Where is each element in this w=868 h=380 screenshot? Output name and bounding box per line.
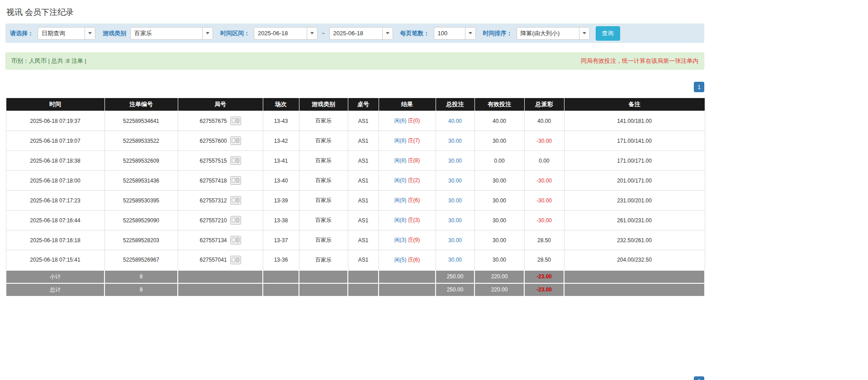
game-type-dropdown[interactable] [130, 27, 213, 40]
cell-bet-id: 522589526967 [104, 250, 178, 270]
cell-time: 2025-06-18 07:17:23 [6, 191, 104, 211]
cell-valid-bet: 30.00 [474, 211, 524, 230]
result-player: 闲(8) [394, 157, 407, 164]
cell-round: 627557210 [178, 211, 263, 230]
query-type-dropdown[interactable] [38, 27, 95, 40]
pagination-top: 1 [5, 82, 704, 92]
cell-payout: 28.50 [524, 230, 564, 250]
subtotal-total-bet: 250.00 [436, 270, 474, 283]
cell-total-bet-link[interactable]: 30.00 [436, 250, 474, 270]
date-to-picker[interactable] [329, 27, 393, 40]
cell-round: 627557418 [178, 171, 263, 191]
cell-total-bet-link[interactable]: 40.00 [436, 111, 474, 131]
time-sort-input[interactable] [517, 28, 579, 39]
cell-time: 2025-06-18 07:18:00 [6, 171, 104, 191]
game-result-icon[interactable] [230, 136, 241, 145]
empty-cell [178, 270, 263, 283]
cell-total-bet-link[interactable]: 30.00 [436, 191, 474, 211]
game-result-icon[interactable] [230, 117, 241, 125]
date-to-input[interactable] [330, 28, 382, 39]
time-sort-dropdown[interactable] [517, 27, 590, 40]
chevron-down-icon[interactable] [307, 28, 317, 39]
header-time: 时间 [6, 98, 104, 111]
cell-valid-bet: 40.00 [474, 111, 524, 131]
grand-total-payout: -23.00 [524, 283, 564, 296]
cell-payout: 0.00 [524, 151, 564, 171]
cell-game-type: 百家乐 [299, 211, 348, 230]
grand-total-label: 总计 [6, 283, 104, 296]
game-result-icon[interactable] [230, 256, 241, 264]
search-button[interactable]: 查询 [596, 26, 620, 41]
cell-total-bet-link[interactable]: 30.00 [436, 211, 474, 230]
cell-total-bet-link[interactable]: 30.00 [436, 230, 474, 250]
cell-time: 2025-06-18 07:16:44 [6, 211, 104, 230]
result-banker: 庄(0) [408, 117, 420, 124]
empty-cell [263, 270, 299, 283]
result-player: 闲(6) [394, 117, 407, 124]
game-result-icon[interactable] [230, 156, 241, 165]
cell-round: 627557041 [178, 250, 263, 270]
cell-result: 闲(0)庄(2) [379, 171, 436, 191]
cell-round: 627557600 [178, 131, 263, 151]
round-number: 627557515 [199, 158, 227, 164]
result-banker: 庄(7) [408, 137, 420, 144]
cell-result: 闲(5)庄(6) [379, 250, 436, 270]
chevron-down-icon[interactable] [202, 28, 213, 39]
date-from-input[interactable] [254, 28, 307, 39]
cell-session: 13-40 [263, 171, 299, 191]
result-banker: 庄(8) [408, 157, 420, 164]
empty-cell [299, 283, 348, 296]
caret-glyph [469, 32, 472, 34]
table-row: 2025-06-18 07:16:44 522589529090 6275572… [6, 211, 705, 230]
cell-remark: 261.00/231.00 [564, 211, 705, 230]
game-type-input[interactable] [131, 28, 202, 39]
round-number: 627557210 [199, 217, 227, 224]
grand-total-valid-bet: 220.00 [474, 283, 524, 296]
header-session: 场次 [263, 98, 299, 111]
page-1-button[interactable]: 1 [694, 82, 704, 92]
game-result-icon[interactable] [230, 196, 241, 205]
round-number: 627557600 [199, 138, 227, 144]
filter-bar: 请选择： 游戏类别 时间区间： ~ 每页笔数： 时间排序： [5, 23, 704, 43]
caret-glyph [88, 32, 92, 34]
cell-payout: 28.50 [524, 250, 564, 270]
game-type-label: 游戏类别 [103, 29, 126, 38]
page-1-button[interactable]: 1 [694, 376, 704, 380]
cell-payout: 40.00 [524, 111, 564, 131]
bet-records-table: 时间 注单编号 局号 场次 游戏类别 桌号 结果 总投注 有效投注 总派彩 备注… [5, 98, 705, 297]
date-from-picker[interactable] [254, 27, 318, 40]
page-size-input[interactable] [434, 28, 465, 39]
cell-time: 2025-06-18 07:16:18 [6, 230, 104, 250]
cell-total-bet-link[interactable]: 30.00 [436, 131, 474, 151]
page-size-dropdown[interactable] [434, 27, 476, 40]
chevron-down-icon[interactable] [382, 28, 393, 39]
cell-session: 13-36 [263, 250, 299, 270]
cell-result: 闲(6)庄(0) [379, 111, 436, 131]
cell-session: 13-43 [263, 111, 299, 131]
cell-table-no: AS1 [348, 151, 379, 171]
game-result-icon[interactable] [230, 176, 241, 185]
chevron-down-icon[interactable] [85, 28, 95, 39]
cell-table-no: AS1 [348, 230, 379, 250]
game-result-icon[interactable] [230, 216, 241, 225]
cell-session: 13-38 [263, 211, 299, 230]
cell-result: 闲(8)庄(3) [379, 211, 436, 230]
chevron-down-icon[interactable] [465, 28, 475, 39]
header-remark: 备注 [564, 98, 705, 111]
game-result-icon[interactable] [230, 236, 241, 244]
empty-cell [263, 283, 299, 296]
cell-valid-bet: 30.00 [474, 171, 524, 191]
cell-total-bet-link[interactable]: 30.00 [436, 151, 474, 171]
cell-bet-id: 522589532609 [104, 151, 178, 171]
chevron-down-icon[interactable] [579, 28, 589, 39]
round-number: 627557418 [199, 178, 227, 184]
cell-payout: -30.00 [524, 211, 564, 230]
date-range-separator: ~ [322, 30, 325, 37]
cell-payout: -30.00 [524, 131, 564, 151]
query-type-input[interactable] [38, 28, 85, 39]
cell-total-bet-link[interactable]: 30.00 [436, 171, 474, 191]
cell-game-type: 百家乐 [299, 151, 348, 171]
cell-remark: 204.00/232.50 [564, 250, 705, 270]
result-banker: 庄(6) [408, 197, 420, 203]
cell-valid-bet: 30.00 [474, 230, 524, 250]
